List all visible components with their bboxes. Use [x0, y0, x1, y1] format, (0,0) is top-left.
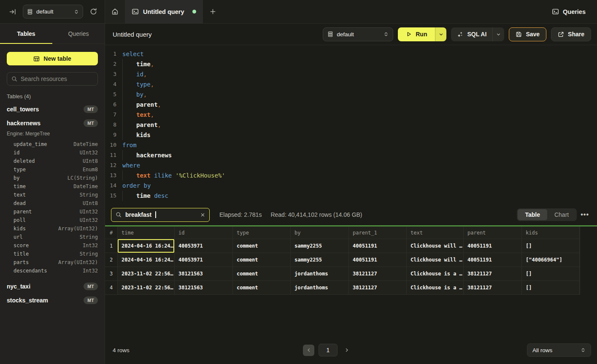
table-cell[interactable]: 38121127 [464, 281, 522, 295]
topbar-database-selector[interactable]: default [23, 5, 83, 19]
sidebar-tab-tables[interactable]: Tables [0, 24, 52, 43]
editor-line[interactable]: 15time desc [105, 191, 597, 201]
editor-line[interactable]: 4type, [105, 79, 597, 89]
editor-line[interactable]: 1select [105, 49, 597, 59]
queries-button[interactable]: Queries [552, 0, 597, 23]
table-cell[interactable]: 40051191 [464, 239, 522, 253]
run-button[interactable]: Run [398, 27, 435, 41]
sql-editor[interactable]: 1select2time,3id,4type,5by,6parent,7text… [105, 45, 597, 204]
search-resources-input[interactable] [21, 75, 93, 82]
table-cell[interactable]: 2023-11-02 22:56… [118, 281, 175, 295]
save-button[interactable]: Save [509, 27, 546, 41]
table-cell[interactable]: Clickhouse will … [407, 239, 464, 253]
column-header[interactable]: type [233, 226, 291, 239]
column-header[interactable]: parent_1 [349, 226, 407, 239]
sql-ai-button[interactable]: SQL AI [451, 27, 492, 41]
table-cell[interactable]: 38121127 [464, 267, 522, 281]
table-cell[interactable]: 38121563 [175, 281, 233, 295]
sidebar-table-item[interactable]: hackernews MT [0, 116, 105, 130]
editor-line[interactable]: 7text, [105, 110, 597, 120]
table-column-row[interactable]: time DateTime [0, 182, 105, 191]
table-cell[interactable]: 40053971 [175, 239, 233, 253]
column-header[interactable]: # [105, 226, 118, 239]
editor-line[interactable]: 14order by [105, 181, 597, 191]
previous-page-button[interactable] [303, 345, 314, 356]
table-column-row[interactable]: url String [0, 233, 105, 241]
table-cell[interactable]: comment [233, 239, 291, 253]
table-cell[interactable]: jordanthoms [291, 281, 349, 295]
column-header[interactable]: text [407, 226, 464, 239]
table-column-row[interactable]: parent UInt32 [0, 208, 105, 216]
sql-ai-options-button[interactable] [492, 27, 504, 41]
table-cell[interactable]: Clickhouse is a … [407, 281, 464, 295]
editor-line[interactable]: 13text ilike '%ClickHouse%' [105, 170, 597, 181]
editor-line[interactable]: 12where [105, 160, 597, 170]
refresh-icon[interactable] [90, 8, 97, 15]
view-toggle-table[interactable]: Table [518, 209, 547, 220]
sidebar-tab-queries[interactable]: Queries [52, 24, 105, 43]
table-cell[interactable]: sammy2255 [291, 239, 349, 253]
column-header[interactable]: time [118, 226, 175, 239]
tab-untitled-query[interactable]: Untitled query [125, 0, 203, 23]
table-column-row[interactable]: type Enum8 [0, 165, 105, 174]
clear-filter-icon[interactable] [200, 213, 205, 217]
page-size-selector[interactable]: All rows [527, 343, 591, 357]
table-column-row[interactable]: update_time DateTime [0, 140, 105, 148]
sidebar-table-item[interactable]: stocks_stream MT [0, 293, 105, 307]
table-cell[interactable]: comment [233, 253, 291, 267]
table-cell[interactable]: comment [233, 267, 291, 281]
table-cell[interactable]: 40053971 [175, 253, 233, 267]
column-header[interactable]: id [175, 226, 233, 239]
editor-line[interactable]: 5by, [105, 89, 597, 100]
editor-line[interactable]: 2time, [105, 59, 597, 69]
table-cell[interactable]: comment [233, 281, 291, 295]
editor-line[interactable]: 6parent, [105, 100, 597, 110]
row-number-cell[interactable]: 2 [105, 253, 118, 267]
results-filter-input[interactable]: breakfast [111, 208, 210, 222]
editor-line[interactable]: 11hackernews [105, 150, 597, 160]
row-number-cell[interactable]: 3 [105, 267, 118, 281]
collapse-sidebar-icon[interactable] [9, 8, 16, 15]
table-column-row[interactable]: title String [0, 250, 105, 258]
table-cell[interactable]: jordanthoms [291, 267, 349, 281]
table-cell[interactable]: 40051191 [349, 239, 407, 253]
query-database-selector[interactable]: default [323, 27, 393, 41]
table-cell[interactable]: ["40066964"] [522, 253, 580, 267]
column-header[interactable]: by [291, 226, 349, 239]
table-cell[interactable]: 2023-11-02 22:56… [118, 267, 175, 281]
column-header[interactable]: parent [464, 226, 522, 239]
table-cell[interactable]: Clickhouse is a … [407, 267, 464, 281]
table-cell[interactable]: 38121127 [349, 281, 407, 295]
table-cell[interactable]: [] [522, 267, 580, 281]
share-button[interactable]: Share [551, 27, 591, 41]
table-cell[interactable]: 2024-04-16 16:24… [118, 253, 175, 267]
sidebar-table-item[interactable]: nyc_taxi MT [0, 279, 105, 293]
view-toggle-chart[interactable]: Chart [547, 209, 576, 220]
next-page-button[interactable] [342, 345, 352, 356]
table-cell[interactable]: [] [522, 239, 580, 253]
editor-line[interactable]: 3id, [105, 69, 597, 79]
table-column-row[interactable]: parts Array(UInt32) [0, 258, 105, 267]
table-column-row[interactable]: dead UInt8 [0, 199, 105, 208]
editor-line[interactable]: 10from [105, 140, 597, 150]
table-column-row[interactable]: deleted UInt8 [0, 157, 105, 165]
table-cell[interactable]: 38121563 [175, 267, 233, 281]
row-number-cell[interactable]: 1 [105, 239, 118, 253]
table-column-row[interactable]: text String [0, 191, 105, 199]
editor-line[interactable]: 9kids [105, 130, 597, 140]
row-number-cell[interactable]: 4 [105, 281, 118, 295]
table-cell[interactable]: sammy2255 [291, 253, 349, 267]
table-column-row[interactable]: score Int32 [0, 241, 105, 250]
table-cell[interactable]: 40051191 [464, 253, 522, 267]
new-table-button[interactable]: New table [7, 52, 98, 65]
table-cell[interactable]: 38121127 [349, 267, 407, 281]
table-cell[interactable]: [] [522, 281, 580, 295]
table-column-row[interactable]: by LC(String) [0, 174, 105, 182]
table-column-row[interactable]: id UInt32 [0, 148, 105, 157]
table-cell[interactable]: Clickhouse will … [407, 253, 464, 267]
table-column-row[interactable]: kids Array(UInt32) [0, 224, 105, 233]
column-header[interactable]: kids [522, 226, 580, 239]
sidebar-table-item[interactable]: cell_towers MT [0, 102, 105, 116]
more-options-icon[interactable]: ••• [581, 211, 589, 218]
page-number-input[interactable]: 1 [319, 344, 338, 356]
